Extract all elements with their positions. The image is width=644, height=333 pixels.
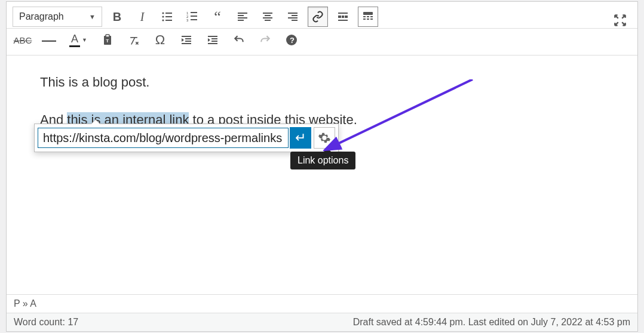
svg-rect-43 — [208, 36, 217, 37]
svg-rect-29 — [363, 12, 373, 15]
svg-rect-44 — [211, 38, 217, 39]
svg-rect-22 — [288, 17, 298, 18]
link-inline-toolbar: ↵ Link options — [34, 124, 339, 152]
distraction-free-button[interactable] — [612, 13, 628, 28]
svg-rect-33 — [363, 18, 366, 20]
read-more-button[interactable] — [333, 7, 353, 27]
link-button[interactable] — [308, 7, 328, 27]
toolbar-toggle-button[interactable] — [358, 7, 378, 27]
link-url-input[interactable] — [38, 128, 289, 148]
numbered-list-button[interactable]: 123 — [182, 7, 203, 27]
element-path[interactable]: P » A — [7, 294, 637, 313]
save-status: Draft saved at 4:59:44 pm. Last edited o… — [353, 317, 630, 328]
special-character-button[interactable]: Ω — [150, 30, 170, 50]
svg-point-2 — [162, 16, 164, 17]
svg-rect-37 — [106, 35, 109, 37]
gear-icon — [318, 131, 331, 144]
svg-text:3: 3 — [186, 18, 189, 22]
strikethrough-button[interactable]: ABC — [13, 30, 33, 50]
svg-rect-32 — [370, 16, 373, 17]
svg-rect-3 — [165, 16, 172, 17]
toolbar-secondary: ABC — A▼ T Ω ? — [7, 29, 637, 56]
status-bar: Word count: 17 Draft saved at 4:59:44 pm… — [7, 313, 637, 331]
svg-rect-5 — [165, 20, 172, 21]
svg-rect-25 — [338, 16, 341, 18]
editor-content[interactable]: This is a blog post. And this is an inte… — [7, 56, 637, 294]
svg-rect-15 — [238, 20, 244, 21]
italic-button[interactable]: I — [132, 7, 152, 27]
outdent-button[interactable] — [176, 30, 197, 50]
paste-as-text-button[interactable]: T — [97, 30, 118, 50]
svg-rect-27 — [345, 16, 348, 18]
link-options-button[interactable]: Link options — [314, 127, 335, 149]
svg-rect-23 — [292, 20, 298, 21]
svg-rect-30 — [363, 16, 366, 17]
align-right-button[interactable] — [283, 7, 303, 27]
align-center-button[interactable] — [257, 7, 278, 27]
text-color-button[interactable]: A▼ — [65, 30, 91, 50]
svg-rect-13 — [238, 15, 244, 16]
svg-rect-42 — [182, 43, 191, 44]
align-left-button[interactable] — [232, 7, 253, 27]
svg-text:?: ? — [290, 36, 295, 45]
paragraph-1: This is a blog post. — [40, 73, 604, 92]
svg-rect-18 — [263, 17, 272, 18]
undo-button[interactable] — [229, 30, 249, 50]
svg-rect-39 — [182, 36, 191, 37]
indent-button[interactable] — [203, 30, 223, 50]
svg-rect-14 — [238, 17, 247, 18]
svg-rect-40 — [185, 38, 191, 39]
svg-rect-24 — [338, 13, 348, 14]
svg-rect-45 — [211, 41, 217, 42]
svg-rect-41 — [185, 41, 191, 42]
svg-rect-9 — [191, 16, 197, 17]
help-button[interactable]: ? — [281, 30, 302, 50]
format-dropdown-label: Paragraph — [19, 11, 64, 22]
redo-button[interactable] — [255, 30, 275, 50]
svg-rect-11 — [191, 19, 197, 20]
svg-rect-28 — [338, 20, 348, 21]
svg-rect-1 — [165, 13, 172, 14]
link-options-tooltip: Link options — [290, 152, 355, 169]
clear-formatting-button[interactable] — [124, 30, 144, 50]
enter-icon: ↵ — [295, 130, 306, 146]
svg-rect-21 — [292, 15, 298, 16]
toolbar-primary: Paragraph ▼ B I 123 “ — [7, 2, 637, 29]
bulleted-list-button[interactable] — [157, 7, 177, 27]
svg-rect-46 — [208, 43, 217, 44]
bold-button[interactable]: B — [107, 7, 127, 27]
svg-text:T: T — [106, 38, 109, 44]
svg-rect-19 — [265, 20, 271, 21]
svg-rect-20 — [288, 13, 298, 14]
svg-rect-12 — [238, 13, 247, 14]
svg-rect-17 — [265, 15, 271, 16]
chevron-down-icon: ▼ — [89, 13, 96, 20]
blockquote-button[interactable]: “ — [207, 7, 228, 27]
svg-rect-35 — [370, 18, 373, 20]
horizontal-rule-button[interactable]: — — [39, 30, 59, 50]
svg-rect-26 — [342, 16, 344, 18]
svg-rect-34 — [367, 18, 369, 20]
format-dropdown[interactable]: Paragraph ▼ — [13, 7, 102, 27]
svg-rect-31 — [367, 16, 369, 17]
word-count: Word count: 17 — [14, 317, 78, 328]
svg-rect-7 — [191, 12, 197, 13]
svg-rect-16 — [263, 13, 272, 14]
apply-link-button[interactable]: ↵ — [290, 127, 311, 149]
svg-point-0 — [162, 12, 164, 14]
svg-point-4 — [162, 19, 164, 21]
